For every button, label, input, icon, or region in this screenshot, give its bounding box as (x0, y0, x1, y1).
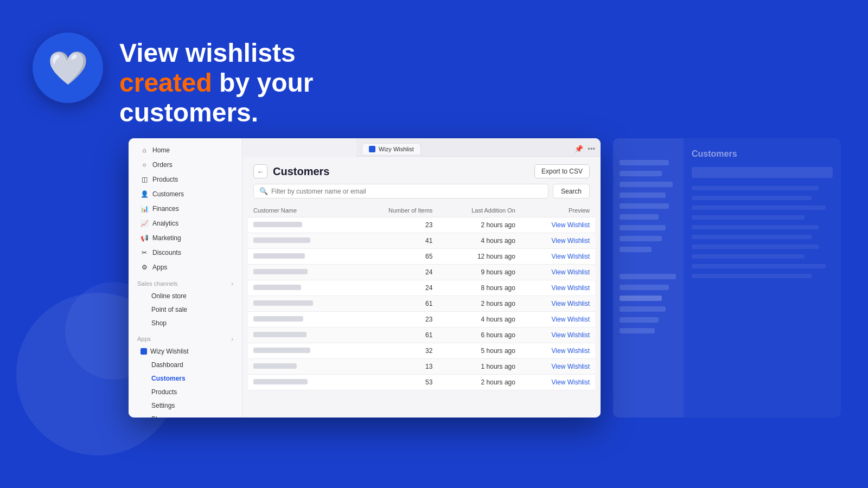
sidebar-label-finances: Finances (152, 205, 179, 213)
last-addition-cell: 1 hours ago (438, 359, 521, 375)
more-icon[interactable]: ••• (588, 145, 595, 153)
customer-name-cell (248, 296, 355, 312)
sidebar-item-analytics[interactable]: 📈 Analytics (132, 216, 239, 230)
sidebar-item-products-sub[interactable]: Products (132, 386, 239, 399)
apps-section: Apps › (129, 330, 242, 344)
sidebar-item-marketing[interactable]: 📢 Marketing (132, 231, 239, 245)
search-input[interactable] (271, 188, 542, 195)
view-wishlist-cell[interactable]: View Wishlist (521, 375, 595, 390)
sidebar-item-online-store[interactable]: Online store (132, 290, 239, 303)
sales-channels-nav: Online store Point of sale Shop (129, 290, 242, 330)
table-header: Customer Name Number of Items Last Addit… (248, 204, 595, 217)
customer-name-placeholder (253, 285, 301, 290)
heart-icon: 🤍 (48, 49, 88, 87)
view-wishlist-link[interactable]: View Wishlist (552, 237, 590, 245)
sidebar-item-settings[interactable]: Settings (132, 399, 239, 412)
col-last-addition: Last Addition On (438, 204, 521, 217)
sidebar-item-home[interactable]: ⌂ Home (132, 143, 239, 157)
sidebar-item-customers[interactable]: 👤 Customers (132, 187, 239, 201)
view-wishlist-cell[interactable]: View Wishlist (521, 233, 595, 249)
col-customer-name: Customer Name (248, 204, 355, 217)
header-area: 🤍 View wishlists created by your custome… (33, 33, 313, 128)
view-wishlist-cell[interactable]: View Wishlist (521, 343, 595, 359)
view-wishlist-cell[interactable]: View Wishlist (521, 280, 595, 296)
num-items-cell: 53 (355, 375, 438, 390)
headline-rest: by your (212, 68, 314, 97)
sidebar-item-customers-sub[interactable]: Customers (132, 372, 239, 385)
content-inner: ← Customers Export to CSV 🔍 Search (242, 157, 601, 418)
headline-line1: View wishlists (119, 38, 296, 67)
search-button[interactable]: Search (553, 184, 590, 198)
tab-actions: 📌 ••• (575, 145, 595, 153)
sidebar-item-apps[interactable]: ⚙ Apps (132, 260, 239, 274)
customer-name-placeholder (253, 348, 310, 353)
sales-channels-expand[interactable]: › (231, 280, 233, 287)
table-row: 249 hours agoView Wishlist (248, 265, 595, 280)
sidebar-item-pos[interactable]: Point of sale (132, 303, 239, 316)
pin-icon[interactable]: 📌 (575, 145, 583, 153)
view-wishlist-link[interactable]: View Wishlist (552, 284, 590, 292)
table-row: 612 hours agoView Wishlist (248, 296, 595, 312)
view-wishlist-cell[interactable]: View Wishlist (521, 359, 595, 375)
products-icon: ◫ (141, 176, 148, 183)
customers-header: ← Customers Export to CSV (242, 157, 601, 184)
col-num-items: Number of Items (355, 204, 438, 217)
customer-name-cell (248, 233, 355, 249)
sidebar-item-shop[interactable]: Shop (132, 317, 239, 330)
view-wishlist-link[interactable]: View Wishlist (552, 268, 590, 276)
back-arrow-icon: ← (257, 168, 264, 176)
view-wishlist-cell[interactable]: View Wishlist (521, 249, 595, 265)
sidebar-item-discounts[interactable]: ✂ Discounts (132, 246, 239, 260)
sidebar-label-orders: Orders (152, 161, 173, 169)
view-wishlist-link[interactable]: View Wishlist (552, 347, 590, 355)
sidebar-label-products: Products (152, 176, 178, 183)
sidebar: ⌂ Home ○ Orders ◫ Products 👤 Customers 📊… (129, 138, 242, 418)
sidebar-item-wizy-wishlist[interactable]: Wizy Wishlist (132, 345, 239, 358)
page-title: Customers (273, 165, 329, 178)
sidebar-item-products[interactable]: ◫ Products (132, 172, 239, 187)
view-wishlist-link[interactable]: View Wishlist (552, 316, 590, 323)
sidebar-item-finances[interactable]: 📊 Finances (132, 202, 239, 216)
customers-table-wrapper: Customer Name Number of Items Last Addit… (242, 204, 601, 390)
tab-label: Wizy Wishlist (379, 146, 414, 152)
view-wishlist-cell[interactable]: View Wishlist (521, 265, 595, 280)
tab-favicon (369, 146, 375, 152)
search-icon: 🔍 (259, 187, 268, 195)
table-row: 532 hours agoView Wishlist (248, 375, 595, 390)
tab-bar: Wizy Wishlist 📌 ••• (356, 138, 601, 157)
view-wishlist-cell[interactable]: View Wishlist (521, 296, 595, 312)
sales-channels-section: Sales channels › (129, 275, 242, 289)
last-addition-cell: 4 hours ago (438, 233, 521, 249)
view-wishlist-cell[interactable]: View Wishlist (521, 312, 595, 328)
table-row: 325 hours agoView Wishlist (248, 343, 595, 359)
num-items-cell: 61 (355, 328, 438, 343)
view-wishlist-link[interactable]: View Wishlist (552, 300, 590, 307)
ghost-content: Customers (684, 138, 841, 418)
view-wishlist-link[interactable]: View Wishlist (552, 253, 590, 260)
view-wishlist-link[interactable]: View Wishlist (552, 378, 590, 386)
sidebar-label-discounts: Discounts (152, 249, 181, 256)
view-wishlist-cell[interactable]: View Wishlist (521, 217, 595, 233)
customer-name-placeholder (253, 222, 302, 227)
num-items-cell: 23 (355, 217, 438, 233)
view-wishlist-link[interactable]: View Wishlist (552, 331, 590, 339)
tab-wizy-wishlist[interactable]: Wizy Wishlist (362, 143, 421, 155)
customer-name-cell (248, 265, 355, 280)
num-items-cell: 13 (355, 359, 438, 375)
customer-name-placeholder (253, 332, 307, 337)
ghost-title: Customers (692, 149, 833, 159)
num-items-cell: 24 (355, 265, 438, 280)
ghost-search (692, 167, 833, 178)
sidebar-item-plans[interactable]: Plans (132, 413, 239, 418)
view-wishlist-cell[interactable]: View Wishlist (521, 328, 595, 343)
search-input-wrap[interactable]: 🔍 (253, 184, 548, 198)
back-button[interactable]: ← (253, 164, 267, 178)
view-wishlist-link[interactable]: View Wishlist (552, 363, 590, 370)
export-csv-button[interactable]: Export to CSV (534, 164, 590, 178)
apps-section-expand[interactable]: › (231, 336, 233, 342)
home-icon: ⌂ (141, 146, 148, 154)
sidebar-item-dashboard[interactable]: Dashboard (132, 358, 239, 371)
view-wishlist-link[interactable]: View Wishlist (552, 221, 590, 229)
sidebar-item-orders[interactable]: ○ Orders (132, 158, 239, 172)
table-row: 234 hours agoView Wishlist (248, 312, 595, 328)
